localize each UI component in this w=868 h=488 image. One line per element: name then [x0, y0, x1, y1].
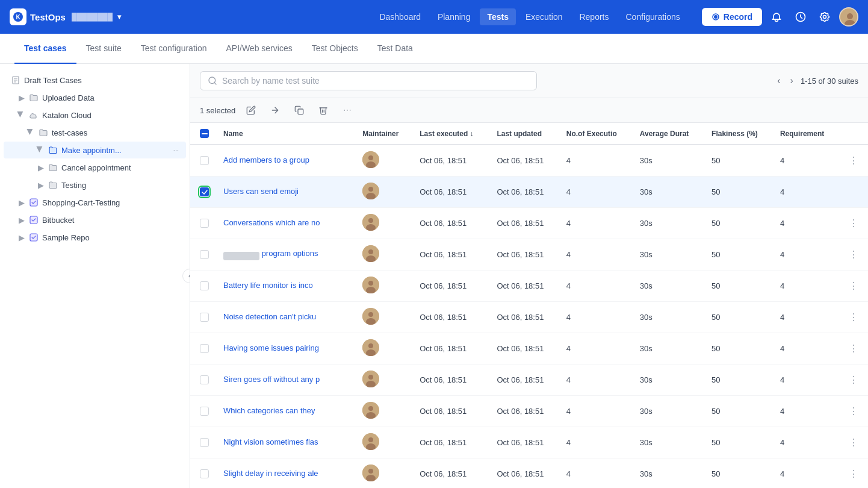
- sidebar-item-katalon-cloud[interactable]: ▶ Katalon Cloud: [4, 107, 186, 124]
- test-case-name[interactable]: Slight delay in receiving ale: [223, 469, 318, 478]
- row-checkbox[interactable]: [200, 219, 209, 228]
- user-avatar[interactable]: [839, 7, 858, 27]
- row-executions-cell: 4: [559, 208, 633, 239]
- row-checkbox[interactable]: [200, 375, 209, 384]
- header-checkbox[interactable]: [200, 129, 209, 138]
- action-more-button[interactable]: [339, 103, 356, 117]
- sidebar: Draft Test Cases ▶ Uploaded Data ▶ Katal…: [0, 64, 190, 488]
- sidebar-item-bitbucket[interactable]: ▶ Bitbucket: [4, 211, 186, 228]
- test-cases-folder-icon: [39, 128, 48, 137]
- action-edit-button[interactable]: [243, 103, 259, 117]
- uploaded-data-folder-icon: [29, 93, 39, 102]
- row-duration-cell: 30s: [633, 364, 704, 396]
- search-box[interactable]: [200, 71, 537, 90]
- tab-test-suite[interactable]: Test suite: [76, 34, 131, 64]
- row-checkbox[interactable]: [200, 281, 209, 290]
- action-delete-button[interactable]: [315, 103, 332, 117]
- sidebar-item-uploaded-data[interactable]: ▶ Uploaded Data: [4, 89, 186, 106]
- row-duration-cell: 30s: [633, 239, 704, 271]
- row-more-actions[interactable]: ⋮: [846, 374, 861, 386]
- test-case-name[interactable]: Having some issues pairing: [223, 343, 319, 352]
- row-checkbox[interactable]: [200, 156, 209, 165]
- maintainer-avatar: [362, 308, 379, 325]
- sidebar-item-sample-repo[interactable]: ▶ Sample Repo: [4, 229, 186, 246]
- row-checkbox[interactable]: [200, 438, 209, 447]
- row-more-actions[interactable]: ⋮: [846, 248, 861, 261]
- sidebar-item-cancel-appointment[interactable]: ▶ Cancel appointment: [4, 159, 186, 176]
- test-case-name[interactable]: program options: [262, 249, 318, 258]
- svg-point-48: [368, 437, 373, 442]
- row-more-actions[interactable]: ⋮: [846, 311, 861, 324]
- sidebar-item-draft-test-cases[interactable]: Draft Test Cases: [4, 72, 186, 89]
- row-checkbox[interactable]: [200, 407, 209, 416]
- nav-tests[interactable]: Tests: [480, 8, 516, 25]
- row-requirement-cell: 4: [773, 333, 839, 364]
- svg-point-42: [368, 375, 373, 380]
- test-cases-label: test-cases: [52, 128, 179, 137]
- tab-test-configuration[interactable]: Test configuration: [131, 34, 217, 64]
- sidebar-item-shopping-cart[interactable]: ▶ Shopping-Cart-Testing: [4, 194, 186, 211]
- col-checkbox[interactable]: [190, 123, 216, 145]
- test-case-name[interactable]: Which categories can they: [223, 406, 315, 415]
- brand-dropdown-icon[interactable]: ▾: [117, 13, 121, 21]
- row-checkbox[interactable]: [200, 250, 209, 259]
- bitbucket-chevron: ▶: [18, 216, 25, 224]
- tab-bar: Test cases Test suite Test configuration…: [0, 34, 868, 64]
- row-checkbox[interactable]: [200, 313, 209, 322]
- row-more-actions[interactable]: ⋮: [846, 468, 861, 480]
- nav-reports[interactable]: Reports: [572, 8, 616, 25]
- tab-test-data[interactable]: Test Data: [368, 34, 423, 64]
- notifications-button[interactable]: [767, 7, 786, 27]
- test-case-name[interactable]: Night vision sometimes flas: [223, 437, 318, 446]
- pagination-prev-button[interactable]: ‹: [775, 74, 783, 87]
- tab-test-objects[interactable]: Test Objects: [302, 34, 368, 64]
- row-maintainer-cell: [355, 458, 412, 489]
- sidebar-item-testing[interactable]: ▶ Testing: [4, 177, 186, 193]
- app-logo[interactable]: K TestOps ████████ ▾: [10, 8, 121, 25]
- record-button[interactable]: Record: [702, 8, 762, 26]
- row-checkbox[interactable]: [200, 187, 209, 196]
- test-case-name[interactable]: Users can send emoji: [223, 187, 299, 196]
- search-icon: [208, 76, 217, 86]
- testing-folder-icon: [48, 180, 58, 190]
- row-last_updated-cell: Oct 06, 18:51: [489, 427, 559, 458]
- row-requirement-cell: 4: [773, 458, 839, 489]
- row-last_executed-cell: Oct 06, 18:51: [412, 239, 489, 271]
- sidebar-item-test-cases[interactable]: ▶ test-cases: [4, 124, 186, 141]
- test-case-name[interactable]: Siren goes off without any p: [223, 375, 320, 384]
- search-input[interactable]: [222, 76, 529, 86]
- row-executions-cell: 4: [559, 177, 633, 208]
- row-more-actions[interactable]: ⋮: [846, 154, 861, 167]
- row-actions-cell: ⋮: [839, 396, 868, 427]
- test-case-name[interactable]: Battery life monitor is inco: [223, 281, 313, 290]
- row-more-actions[interactable]: ⋮: [846, 342, 861, 355]
- pagination-next-button[interactable]: ›: [788, 74, 796, 87]
- nav-execution[interactable]: Execution: [518, 8, 569, 25]
- row-more-actions[interactable]: ⋮: [846, 217, 861, 230]
- row-checkbox[interactable]: [200, 469, 209, 478]
- test-case-name[interactable]: Noise detection can't picku: [223, 312, 316, 321]
- sidebar-collapse-button[interactable]: ‹: [182, 269, 190, 283]
- nav-configurations[interactable]: Configurations: [618, 8, 687, 25]
- selection-bar: 1 selected: [190, 98, 868, 123]
- action-move-button[interactable]: [267, 103, 284, 117]
- tab-api-web-services[interactable]: API/Web services: [216, 34, 302, 64]
- test-case-name[interactable]: Add members to a group: [223, 155, 309, 164]
- tab-test-cases[interactable]: Test cases: [14, 34, 76, 64]
- col-last-executed[interactable]: Last executed ↓: [412, 123, 489, 145]
- row-more-actions[interactable]: ⋮: [846, 436, 861, 449]
- test-case-name[interactable]: Conversations which are no: [223, 218, 320, 227]
- row-more-actions[interactable]: ⋮: [846, 280, 861, 292]
- settings-button[interactable]: [815, 7, 834, 27]
- row-more-actions[interactable]: ⋮: [846, 405, 861, 418]
- history-button[interactable]: [791, 7, 810, 27]
- nav-dashboard[interactable]: Dashboard: [372, 8, 428, 25]
- cancel-appointment-label: Cancel appointment: [61, 163, 179, 172]
- row-checkbox[interactable]: [200, 344, 209, 353]
- nav-planning[interactable]: Planning: [430, 8, 478, 25]
- table-row: Noise detection can't pickuOct 06, 18:51…: [190, 302, 868, 333]
- action-copy-button[interactable]: [291, 103, 308, 117]
- table-row: Conversations which are noOct 06, 18:51O…: [190, 208, 868, 239]
- sidebar-item-make-appointment[interactable]: ▶ Make appointm... ···: [4, 142, 186, 158]
- row-flakiness-cell: 50: [704, 364, 773, 396]
